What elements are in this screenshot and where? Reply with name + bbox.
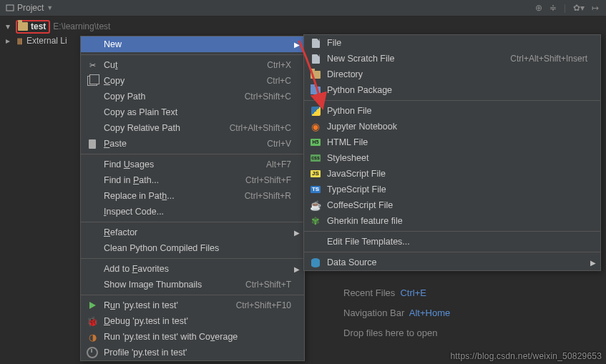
menu-item-label: TypeScript File [327,185,386,195]
python-icon [310,105,321,117]
svg-rect-0 [6,5,14,11]
context-menu-item-18[interactable]: Show Image ThumbnailsCtrl+Shift+T [81,277,304,292]
navigation-bar-shortcut[interactable]: Alt+Home [409,308,450,318]
menu-item-label: Copy Relative Path [104,123,180,133]
jupyter-icon: ◉ [310,121,321,132]
submenu-arrow-icon: ▶ [294,41,300,49]
menu-item-label: Run 'py.test in test' with Coverage [104,332,238,342]
collapse-all-icon[interactable]: ≑ [549,3,557,13]
menu-item-label: Replace in Path... [104,191,175,201]
new-submenu-item-16[interactable]: Data Source▶ [304,255,600,270]
menu-separator [81,154,304,154]
menu-item-label: New [104,39,122,49]
folder-icon [18,22,28,31]
context-menu-item-4[interactable]: Copy PathCtrl+Shift+C [81,89,304,104]
new-submenu-item-9[interactable]: JSJavaScript File [304,166,600,182]
file-icon [310,53,321,64]
context-menu-item-12[interactable]: Inspect Code... [81,204,304,220]
menu-separator [304,252,600,252]
context-menu-item-23[interactable]: Profile 'py.test in test' [81,345,304,360]
new-submenu-item-14[interactable]: Edit File Templates... [304,234,600,250]
context-menu-item-9[interactable]: Find UsagesAlt+F7 [81,157,304,172]
menu-item-label: Gherkin feature file [327,216,403,226]
context-menu-item-11[interactable]: Replace in Path...Ctrl+Shift+R [81,188,304,204]
menu-shortcut: Ctrl+Alt+Shift+Insert [493,54,587,64]
context-menu-item-15[interactable]: Clean Python Compiled Files [81,240,304,256]
context-menu-item-2[interactable]: ✂CutCtrl+X [81,57,304,73]
gear-icon[interactable]: ✿▾ [573,3,585,13]
external-libs-icon: ⫼ [16,36,24,46]
context-menu: New▶✂CutCtrl+XCopyCtrl+CCopy PathCtrl+Sh… [80,36,305,361]
context-menu-item-10[interactable]: Find in Path...Ctrl+Shift+F [81,172,304,188]
package-icon [310,84,321,96]
paste-icon [87,138,98,149]
new-submenu: FileNew Scratch FileCtrl+Alt+Shift+Inser… [303,34,601,271]
folder-icon [310,69,321,80]
menu-shortcut: Alt+F7 [249,159,291,169]
menu-item-label: Clean Python Compiled Files [104,243,219,253]
menu-shortcut: Ctrl+Shift+R [228,191,291,201]
project-label: Project [17,3,44,13]
datasource-icon [310,257,321,268]
menu-item-label: JavaScript File [327,169,386,179]
coverage-icon: ◑ [87,331,98,343]
menu-separator [81,54,304,55]
coffeescript-icon: ☕ [310,200,321,211]
expand-arrow-icon[interactable]: ▸ [6,36,13,46]
context-menu-item-21[interactable]: 🐞Debug 'py.test in test' [81,313,304,329]
new-submenu-item-11[interactable]: ☕CoffeeScript File [304,197,600,213]
new-submenu-item-1[interactable]: New Scratch FileCtrl+Alt+Shift+Insert [304,51,600,67]
menu-item-label: Copy [104,76,124,86]
expand-arrow-icon[interactable]: ▾ [6,21,13,31]
menu-item-label: Debug 'py.test in test' [104,316,188,326]
project-icon [6,4,14,12]
menu-item-label: Run 'py.test in test' [104,300,178,310]
recent-files-label: Recent Files [343,287,395,298]
copy-icon [87,75,98,87]
project-view-selector[interactable]: Project ▼ [3,3,56,13]
tree-root-row[interactable]: ▾ test E:\learning\test [4,19,606,34]
menu-shortcut: Ctrl+X [250,60,291,70]
context-menu-item-20[interactable]: Run 'py.test in test'Ctrl+Shift+F10 [81,297,304,313]
recent-files-shortcut[interactable]: Ctrl+E [400,287,426,298]
new-submenu-item-6[interactable]: ◉Jupyter Notebook [304,119,600,134]
root-folder-highlight: test [16,20,50,34]
new-submenu-item-12[interactable]: ✾Gherkin feature file [304,213,600,229]
menu-item-label: Find Usages [104,159,154,169]
context-menu-item-3[interactable]: CopyCtrl+C [81,73,304,89]
menu-separator [304,231,600,232]
context-menu-item-5[interactable]: Copy as Plain Text [81,104,304,120]
menu-item-label: HTML File [327,137,368,147]
stylesheet-icon: css [310,152,321,164]
menu-item-label: Profile 'py.test in test' [104,348,187,358]
menu-item-label: Data Source [327,257,376,267]
menu-shortcut: Ctrl+Shift+C [228,92,291,102]
context-menu-item-22[interactable]: ◑Run 'py.test in test' with Coverage [81,329,304,345]
menu-item-label: Jupyter Notebook [327,122,397,132]
scroll-to-source-icon[interactable]: ⊕ [535,3,542,13]
menu-item-label: Add to Favorites [104,264,169,274]
menu-item-label: Refactor [104,227,137,237]
new-submenu-item-0[interactable]: File [304,35,600,51]
new-submenu-item-7[interactable]: H5HTML File [304,134,600,150]
menu-shortcut: Ctrl+Shift+T [228,280,291,290]
new-submenu-item-8[interactable]: cssStylesheet [304,150,600,166]
new-submenu-item-5[interactable]: Python File [304,103,600,119]
menu-shortcut: Ctrl+Shift+F [228,175,291,185]
menu-separator [81,295,304,295]
context-menu-item-6[interactable]: Copy Relative PathCtrl+Alt+Shift+C [81,120,304,136]
root-folder-name: test [31,21,46,31]
context-menu-item-7[interactable]: PasteCtrl+V [81,136,304,152]
menu-item-label: Find in Path... [104,175,159,185]
new-submenu-item-10[interactable]: TSTypeScript File [304,182,600,197]
context-menu-item-17[interactable]: Add to Favorites▶ [81,261,304,277]
context-menu-item-0[interactable]: New▶ [81,36,304,52]
scissors-icon: ✂ [87,59,98,71]
html-icon: H5 [310,137,321,148]
new-submenu-item-3[interactable]: Python Package [304,82,600,98]
menu-separator [304,100,600,101]
new-submenu-item-2[interactable]: Directory [304,67,600,82]
menu-item-label: Show Image Thumbnails [104,280,202,290]
context-menu-item-14[interactable]: Refactor▶ [81,225,304,240]
hide-icon[interactable]: ↦ [592,3,599,13]
